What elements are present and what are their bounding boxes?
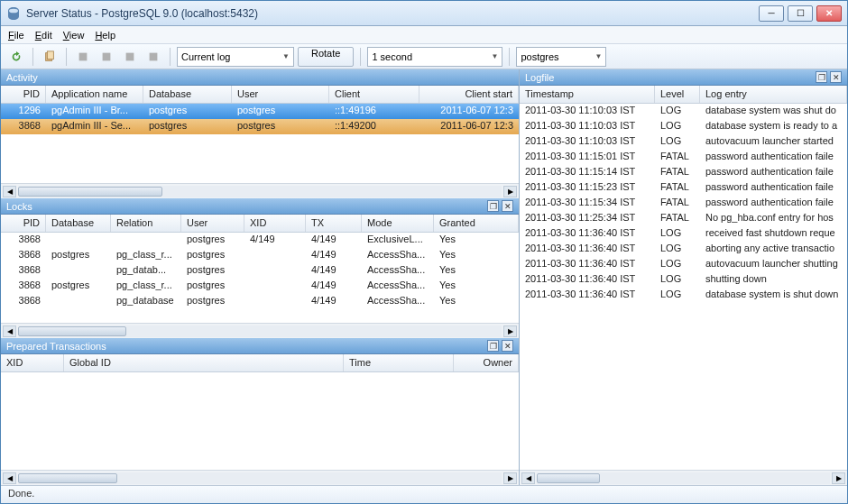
app-icon: [6, 6, 21, 21]
logfile-row[interactable]: 2011-03-30 11:10:03 ISTLOGdatabase syste…: [520, 119, 847, 134]
toolbar: Current log▼ Rotate 1 second▼ postgres▼: [1, 44, 847, 69]
logfile-row[interactable]: 2011-03-30 11:15:14 ISTFATALpassword aut…: [520, 165, 847, 180]
prepared-rows[interactable]: [1, 372, 519, 470]
refresh-icon[interactable]: [6, 47, 26, 67]
svg-rect-4: [103, 52, 111, 60]
activity-header: Activity: [1, 69, 519, 86]
activity-columns[interactable]: PIDApplication nameDatabaseUserClientCli…: [1, 86, 519, 104]
logfile-row[interactable]: 2011-03-30 11:15:23 ISTFATALpassword aut…: [520, 180, 847, 196]
prepared-scrollbar[interactable]: ◀▶: [1, 470, 519, 485]
maximize-button[interactable]: ☐: [788, 5, 813, 22]
logfile-close-icon[interactable]: ✕: [830, 71, 842, 83]
logfile-row[interactable]: 2011-03-30 11:36:40 ISTLOGautovacuum lau…: [520, 257, 847, 272]
menubar: File Edit View Help: [1, 26, 847, 44]
prepared-header: Prepared Transactions ❐ ✕: [1, 338, 519, 354]
menu-help[interactable]: Help: [95, 30, 115, 41]
pause-icon[interactable]: [120, 47, 140, 67]
close-button[interactable]: ✕: [816, 5, 842, 22]
logfile-row[interactable]: 2011-03-30 11:10:03 ISTLOGdatabase syste…: [520, 104, 847, 119]
cancel-icon[interactable]: [73, 47, 93, 67]
terminate-icon[interactable]: [143, 47, 163, 67]
svg-rect-3: [79, 52, 88, 60]
locks-row[interactable]: 3868pg_datab...postgres4/149AccessSha...…: [1, 263, 519, 279]
locks-scrollbar[interactable]: ◀▶: [1, 323, 519, 338]
rotate-button[interactable]: Rotate: [298, 47, 354, 67]
refresh-combo[interactable]: 1 second▼: [367, 47, 502, 67]
logfile-scrollbar[interactable]: ◀▶: [520, 470, 847, 485]
activity-rows[interactable]: 1296pgAdmin III - Br...postgrespostgres:…: [1, 104, 519, 183]
menu-edit[interactable]: Edit: [35, 30, 52, 41]
locks-header: Locks ❐ ✕: [1, 198, 519, 215]
locks-close-icon[interactable]: ✕: [502, 200, 513, 212]
database-combo[interactable]: postgres▼: [516, 47, 606, 67]
statusbar: Done.: [1, 485, 847, 503]
logfile-rows[interactable]: 2011-03-30 11:10:03 ISTLOGdatabase syste…: [520, 104, 847, 470]
logfile-row[interactable]: 2011-03-30 11:25:34 ISTFATALNo pg_hba.co…: [520, 211, 847, 226]
locks-rows[interactable]: 3868postgres4/1494/149ExclusiveL...Yes38…: [1, 233, 519, 323]
prepared-close-icon[interactable]: ✕: [502, 340, 513, 352]
logfile-header: Logfile ❐ ✕: [520, 69, 847, 86]
logfile-combo[interactable]: Current log▼: [177, 47, 294, 67]
locks-row[interactable]: 3868postgrespg_class_r...postgres4/149Ac…: [1, 279, 519, 294]
svg-point-0: [9, 8, 18, 13]
logfile-row[interactable]: 2011-03-30 11:15:34 ISTFATALpassword aut…: [520, 196, 847, 211]
logfile-row[interactable]: 2011-03-30 11:36:40 ISTLOGaborting any a…: [520, 242, 847, 257]
svg-rect-6: [150, 52, 158, 60]
svg-rect-5: [126, 52, 134, 60]
locks-row[interactable]: 3868pg_databasepostgres4/149AccessSha...…: [1, 294, 519, 309]
stop-icon[interactable]: [97, 47, 116, 67]
locks-restore-icon[interactable]: ❐: [487, 200, 499, 212]
locks-row[interactable]: 3868postgrespg_class_r...postgres4/149Ac…: [1, 248, 519, 263]
menu-file[interactable]: File: [8, 30, 24, 41]
activity-row[interactable]: 1296pgAdmin III - Br...postgrespostgres:…: [1, 104, 519, 119]
logfile-row[interactable]: 2011-03-30 11:36:40 ISTLOGreceived fast …: [520, 226, 847, 242]
logfile-columns[interactable]: TimestampLevelLog entry: [520, 86, 847, 104]
minimize-button[interactable]: ─: [759, 5, 784, 22]
activity-row[interactable]: 3868pgAdmin III - Se...postgrespostgres:…: [1, 119, 519, 134]
logfile-restore-icon[interactable]: ❐: [816, 71, 827, 83]
prepared-columns[interactable]: XIDGlobal IDTimeOwner: [1, 354, 519, 372]
logfile-row[interactable]: 2011-03-30 11:36:40 ISTLOGdatabase syste…: [520, 288, 847, 303]
logfile-row[interactable]: 2011-03-30 11:15:01 ISTFATALpassword aut…: [520, 150, 847, 165]
activity-scrollbar[interactable]: ◀▶: [1, 183, 519, 198]
prepared-restore-icon[interactable]: ❐: [487, 340, 499, 352]
menu-view[interactable]: View: [63, 30, 85, 41]
locks-row[interactable]: 3868postgres4/1494/149ExclusiveL...Yes: [1, 233, 519, 248]
copy-icon[interactable]: [40, 47, 60, 67]
logfile-row[interactable]: 2011-03-30 11:10:03 ISTLOGautovacuum lau…: [520, 134, 847, 150]
titlebar[interactable]: Server Status - PostgreSQL 9.0 (localhos…: [1, 1, 847, 26]
window-title: Server Status - PostgreSQL 9.0 (localhos…: [26, 7, 759, 20]
locks-columns[interactable]: PIDDatabaseRelationUserXIDTXModeGranted: [1, 215, 519, 233]
logfile-row[interactable]: 2011-03-30 11:36:40 ISTLOGshutting down: [520, 272, 847, 288]
svg-rect-2: [47, 50, 53, 59]
